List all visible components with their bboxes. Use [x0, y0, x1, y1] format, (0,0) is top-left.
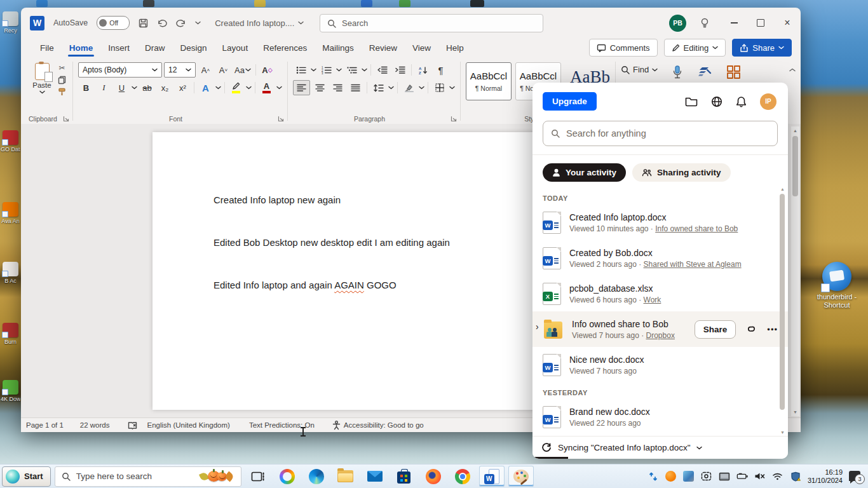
- document-scrollbar[interactable]: ▲ ▼: [791, 126, 799, 416]
- desktop-icon-burn[interactable]: Burn: [1, 323, 20, 345]
- proofing-icon[interactable]: [128, 421, 145, 430]
- align-center-button[interactable]: [312, 81, 328, 95]
- ribbon-tab-review[interactable]: Review: [362, 40, 405, 56]
- tray-snip-icon[interactable]: [701, 471, 712, 482]
- borders-chevron-icon[interactable]: [449, 86, 455, 90]
- tray-battery-icon[interactable]: [736, 471, 748, 482]
- ribbon-tab-mailings[interactable]: Mailings: [315, 40, 362, 56]
- line-spacing-button[interactable]: [370, 81, 386, 95]
- align-left-button[interactable]: [293, 80, 310, 95]
- superscript-button[interactable]: x²: [175, 81, 191, 95]
- dictate-button[interactable]: [672, 65, 683, 80]
- paragraph-3[interactable]: Edited Info laptop and again AGAIN GOGO: [214, 279, 522, 292]
- taskbar-word-active[interactable]: [479, 466, 505, 487]
- task-view-button[interactable]: [245, 466, 271, 487]
- maximize-button[interactable]: [747, 12, 774, 34]
- change-case-button[interactable]: Aa: [233, 63, 252, 77]
- paste-button[interactable]: Paste: [27, 60, 57, 113]
- italic-button[interactable]: I: [96, 81, 112, 95]
- file-name[interactable]: Created by Bob.docx: [569, 248, 778, 258]
- paragraph-1[interactable]: Created Info laptop new again: [214, 194, 522, 207]
- ribbon-collapse-button[interactable]: [787, 65, 797, 75]
- desktop-icon-go-data[interactable]: GO Data: [1, 130, 20, 152]
- file-location-link[interactable]: Work: [644, 295, 661, 304]
- underline-chevron-icon[interactable]: [132, 86, 137, 90]
- copy-button[interactable]: [58, 76, 66, 85]
- underline-button[interactable]: U: [114, 81, 130, 95]
- font-dialog-launcher[interactable]: [278, 116, 284, 122]
- ribbon-tab-layout[interactable]: Layout: [215, 40, 256, 56]
- text-predictions[interactable]: Text Predictions: On: [249, 421, 322, 429]
- addins-button[interactable]: [726, 65, 742, 80]
- activity-row[interactable]: ›Info owned share to BobViewed 7 hours a…: [532, 311, 788, 347]
- tray-display-icon[interactable]: [719, 471, 730, 482]
- ribbon-tab-help[interactable]: Help: [438, 40, 471, 56]
- tray-wifi-icon[interactable]: [772, 471, 783, 482]
- ribbon-tab-insert[interactable]: Insert: [100, 40, 137, 56]
- borders-button[interactable]: [431, 81, 447, 95]
- style-normal[interactable]: AaBbCcl ¶ Normal: [466, 62, 512, 100]
- tray-avast-icon[interactable]: [665, 471, 677, 482]
- close-button[interactable]: ×: [774, 12, 801, 34]
- notification-center-button[interactable]: 3: [849, 471, 863, 482]
- desktop-icon-recy[interactable]: Recy: [1, 11, 20, 34]
- row-share-button[interactable]: Share: [695, 320, 736, 339]
- panel-scroll-up[interactable]: ▲: [779, 186, 786, 193]
- file-location-link[interactable]: Dropbox: [646, 331, 675, 340]
- numbering-chevron-icon[interactable]: [336, 68, 342, 72]
- editing-mode-button[interactable]: Editing: [664, 39, 726, 57]
- tab-your-activity[interactable]: Your activity: [543, 163, 626, 182]
- font-size-select[interactable]: 12: [164, 62, 196, 78]
- font-color-button[interactable]: A: [259, 81, 275, 95]
- find-button[interactable]: Find: [621, 65, 658, 74]
- font-name-select[interactable]: Aptos (Body): [78, 62, 162, 78]
- word-count[interactable]: 22 words: [80, 421, 118, 429]
- text-effects-button[interactable]: A: [198, 81, 214, 95]
- tab-sharing-activity[interactable]: Sharing activity: [632, 163, 731, 182]
- editor-button[interactable]: [697, 65, 712, 79]
- ribbon-tab-references[interactable]: References: [255, 40, 315, 56]
- clear-formatting-button[interactable]: A◇: [259, 63, 275, 77]
- highlight-button[interactable]: [228, 81, 244, 95]
- bold-button[interactable]: B: [78, 81, 94, 95]
- shading-chevron-icon[interactable]: [419, 86, 424, 90]
- font-color-chevron-icon[interactable]: [276, 86, 282, 90]
- clipboard-dialog-launcher[interactable]: [63, 116, 69, 122]
- taskbar-edge[interactable]: [304, 466, 329, 487]
- scroll-down-arrow[interactable]: ▼: [791, 408, 799, 416]
- paragraph-2[interactable]: Edited Bob Desktop new desktop edit I am…: [214, 236, 522, 249]
- shading-button[interactable]: [401, 81, 417, 95]
- activity-row[interactable]: WBrand new doc.docxViewed 22 hours ago: [532, 399, 788, 435]
- desktop-icon-ava-an[interactable]: Ava An: [1, 202, 20, 224]
- word-search-box[interactable]: Search: [320, 14, 543, 32]
- document-title[interactable]: Created Info laptop....: [215, 18, 304, 28]
- align-right-button[interactable]: [330, 81, 346, 95]
- show-marks-button[interactable]: ¶: [433, 63, 449, 77]
- more-options-button[interactable]: •••: [767, 325, 778, 334]
- text-effects-chevron-icon[interactable]: [215, 86, 221, 90]
- scroll-thumb[interactable]: [792, 136, 798, 196]
- strikethrough-button[interactable]: ab: [139, 81, 155, 95]
- tray-volume-muted-icon[interactable]: [754, 471, 766, 482]
- ribbon-tab-view[interactable]: View: [405, 40, 438, 56]
- save-button[interactable]: [139, 18, 148, 28]
- document-page[interactable]: Created Info laptop new again Edited Bob…: [153, 132, 548, 410]
- panel-scroll-down[interactable]: ▼: [779, 429, 786, 436]
- open-folder-button[interactable]: [685, 97, 698, 107]
- share-button[interactable]: Share: [732, 39, 792, 57]
- whats-new-lightbulb-icon[interactable]: [700, 18, 709, 29]
- dropbox-search-box[interactable]: Search for anything: [543, 121, 778, 146]
- panel-scroll-thumb[interactable]: [780, 194, 785, 410]
- grow-font-button[interactable]: A˄: [198, 63, 214, 77]
- desktop-shortcut-thunderbird[interactable]: thunderbird - Shortcut: [808, 262, 865, 309]
- file-location-link[interactable]: Info owned share to Bob: [655, 224, 738, 233]
- copy-link-icon[interactable]: [746, 324, 757, 334]
- subscript-button[interactable]: x₂: [157, 81, 173, 95]
- multilevel-chevron-icon[interactable]: [362, 68, 367, 72]
- desktop-icon-4k-dow[interactable]: 4K Dow: [1, 380, 20, 402]
- row-expand-chevron-icon[interactable]: ›: [536, 323, 539, 330]
- start-button[interactable]: Start: [2, 466, 51, 487]
- justify-button[interactable]: [348, 81, 363, 95]
- paragraph-dialog-launcher[interactable]: [451, 116, 457, 122]
- taskbar-copilot[interactable]: [275, 466, 300, 487]
